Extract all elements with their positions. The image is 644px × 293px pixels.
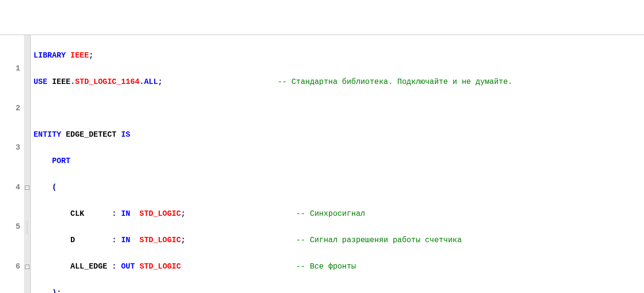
code-line: CLK : IN STD_LOGIC; -- Синхросигнал	[34, 208, 644, 221]
code-line: PORT	[34, 155, 644, 168]
line-number: 2	[4, 102, 20, 116]
code-line: USE IEEE.STD_LOGIC_1164.ALL; -- Стандарт…	[34, 76, 644, 89]
code-line: LIBRARY IEEE;	[34, 49, 644, 63]
line-number: 5	[4, 221, 20, 234]
line-number: 4	[4, 181, 20, 195]
line-number-gutter: 1 2 3 4 5 6 7 8 9 10 11 12 13 14 15 16 1…	[0, 35, 24, 293]
code-line: ALL_EDGE : OUT STD_LOGIC -- Все фронты	[34, 260, 644, 274]
code-line: D : IN STD_LOGIC; -- Сигнал разрешеняи р…	[34, 234, 644, 247]
line-number: 1	[4, 62, 20, 76]
code-line: ENTITY EDGE_DETECT IS	[34, 129, 644, 142]
code-line	[34, 102, 644, 116]
fold-toggle[interactable]: −	[24, 181, 30, 195]
code-line: );	[34, 287, 644, 293]
code-editor: 1 2 3 4 5 6 7 8 9 10 11 12 13 14 15 16 1…	[0, 35, 644, 293]
line-number: 6	[4, 260, 20, 274]
fold-margin: − − − − − −	[24, 35, 31, 293]
line-number: 3	[4, 141, 20, 155]
code-area[interactable]: LIBRARY IEEE; USE IEEE.STD_LOGIC_1164.AL…	[31, 35, 644, 293]
code-line: (	[34, 181, 644, 195]
fold-toggle[interactable]: −	[24, 260, 30, 274]
